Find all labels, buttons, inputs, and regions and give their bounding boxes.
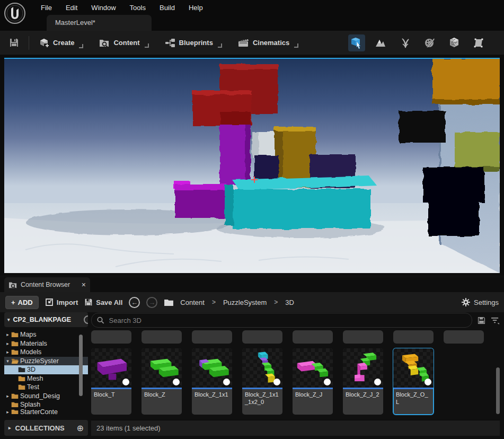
- purple-column-block[interactable]: [220, 125, 251, 185]
- asset-tile-block-t[interactable]: Block_T: [91, 348, 131, 415]
- asset-tile-block-z-j[interactable]: Block_Z_J: [293, 348, 333, 415]
- tree-item-startercontent[interactable]: ▸ StarterConte: [4, 409, 88, 415]
- import-button[interactable]: Import: [45, 298, 78, 306]
- foliage-mode-button[interactable]: [397, 34, 414, 51]
- content-browser-tab[interactable]: Content Browser ×: [4, 277, 90, 292]
- folder-icon: [11, 340, 19, 347]
- asset-label: Block_T: [91, 389, 131, 400]
- landscape-mode-icon: [375, 37, 387, 49]
- asset-thumbnail: [393, 348, 434, 388]
- tree-scrollbar[interactable]: [79, 335, 83, 396]
- menu-help[interactable]: Help: [182, 1, 210, 14]
- small-purple-block[interactable]: [174, 181, 227, 218]
- search-input[interactable]: [108, 316, 467, 325]
- level-tab-masterlevel[interactable]: MasterLevel*: [47, 15, 152, 31]
- cinematics-button[interactable]: Cinematics: [234, 35, 303, 51]
- search-box[interactable]: [91, 313, 472, 328]
- tree-item-test[interactable]: Test: [4, 383, 88, 392]
- folder-icon: [11, 401, 19, 408]
- mesh-paint-mode-button[interactable]: [421, 34, 438, 51]
- partial-tile[interactable]: [91, 330, 131, 344]
- save-level-button[interactable]: [4, 34, 23, 52]
- breadcrumb-content[interactable]: Content: [180, 298, 205, 306]
- tree-item-materials[interactable]: ▸ Materials: [4, 339, 88, 348]
- asset-grid-scrollbar[interactable]: [496, 367, 500, 414]
- tree-item-models[interactable]: ▸ Models: [4, 348, 88, 357]
- add-collection-icon[interactable]: ⊕: [77, 423, 84, 433]
- partial-tile[interactable]: [192, 330, 232, 344]
- unreal-engine-logo-icon[interactable]: [4, 2, 26, 24]
- fracture-mode-button[interactable]: [446, 34, 463, 51]
- cinematics-clapperboard-icon: [238, 38, 249, 48]
- menu-build[interactable]: Build: [153, 1, 182, 14]
- asset-label: Block_Z_O_L: [393, 389, 434, 408]
- asset-tile-block-z-o-l[interactable]: Block_Z_O_L: [393, 348, 434, 415]
- menu-file[interactable]: File: [34, 1, 59, 14]
- landscape-mode-button[interactable]: [373, 34, 390, 51]
- create-button[interactable]: Create: [34, 34, 87, 51]
- asset-state-dot: [374, 379, 381, 385]
- tree-item-3d-selected[interactable]: 3D: [4, 365, 88, 374]
- asset-state-dot: [122, 379, 129, 385]
- partial-tile[interactable]: [242, 330, 282, 344]
- breadcrumb-puzzlesystem[interactable]: PuzzleSystem: [223, 298, 267, 306]
- partial-tile[interactable]: [343, 330, 383, 344]
- tree-item-sound-design[interactable]: ▸ Sound_Desig: [4, 392, 88, 401]
- tree-item-label: Test: [27, 383, 39, 391]
- level-viewport[interactable]: [4, 58, 500, 273]
- menu-edit[interactable]: Edit: [59, 1, 84, 14]
- breadcrumb-folder-icon: [164, 298, 174, 306]
- partial-tile[interactable]: [393, 330, 434, 344]
- teal-block[interactable]: [225, 175, 376, 229]
- breadcrumb-separator: >: [274, 298, 278, 306]
- close-tab-icon[interactable]: ×: [82, 280, 86, 289]
- back-button[interactable]: ←: [129, 297, 140, 308]
- olive-wall-block[interactable]: [455, 132, 500, 172]
- asset-tile-block-z-1x1-1x2-0[interactable]: Block_Z_1x1_1x2_0: [242, 348, 282, 415]
- menu-window[interactable]: Window: [84, 1, 122, 14]
- content-button-label: Content: [113, 39, 139, 47]
- save-all-button[interactable]: Save All: [84, 298, 122, 306]
- settings-button[interactable]: Settings: [462, 298, 499, 306]
- search-icon: [97, 317, 104, 324]
- asset-tile-block-z-1x1[interactable]: Block_Z_1x1: [192, 348, 232, 415]
- add-button[interactable]: + ADD: [5, 296, 39, 309]
- menu-tools[interactable]: Tools: [123, 1, 153, 14]
- tree-item-splash[interactable]: Splash: [4, 400, 88, 409]
- search-row: [91, 312, 500, 328]
- partial-tile[interactable]: [444, 330, 484, 344]
- breadcrumb-separator: >: [212, 298, 216, 306]
- asset-tile-block-z[interactable]: Block_Z: [142, 348, 182, 415]
- menu-items: File Edit Window Tools Build Help: [34, 1, 210, 14]
- orange-wall-block[interactable]: [432, 59, 500, 104]
- content-browser-tabstrip: Content Browser ×: [0, 277, 504, 292]
- content-browser-tab-label: Content Browser: [21, 281, 70, 288]
- tree-item-mesh[interactable]: Mesh: [4, 374, 88, 383]
- save-search-icon[interactable]: [478, 317, 485, 324]
- collections-section[interactable]: ▸ COLLECTIONS ⊕: [4, 420, 88, 436]
- breadcrumb-3d[interactable]: 3D: [285, 298, 294, 306]
- asset-label: Block_Z_1x1_1x2_0: [242, 389, 282, 408]
- black-floating-block[interactable]: [399, 111, 446, 143]
- blueprints-button[interactable]: Blueprints: [161, 35, 226, 51]
- viewport-scene: [4, 59, 500, 273]
- black-wall-block-upper[interactable]: [423, 168, 484, 203]
- tree-item-puzzlesystem[interactable]: ▾ PuzzleSyster: [4, 357, 88, 366]
- partial-tile[interactable]: [293, 330, 333, 344]
- save-icon: [9, 38, 19, 48]
- forward-button[interactable]: →: [146, 297, 157, 308]
- toolbar-separator: [29, 36, 29, 50]
- select-mode-button[interactable]: [348, 34, 365, 51]
- sources-header[interactable]: ▾ CP2_BLANKPAGE: [4, 312, 88, 327]
- partial-tile[interactable]: [142, 330, 182, 344]
- folder-icon: [11, 393, 19, 399]
- tree-item-maps[interactable]: ▸ Maps: [4, 330, 88, 339]
- black-wall-block-lower[interactable]: [428, 201, 479, 236]
- tree-item-label: Materials: [20, 340, 47, 347]
- filter-icon[interactable]: [491, 317, 500, 324]
- save-all-icon: [84, 298, 93, 306]
- content-button[interactable]: Content: [95, 35, 153, 51]
- asset-tile-block-z-j-2[interactable]: Block_Z_J_2: [343, 348, 383, 415]
- modeling-mode-button[interactable]: [470, 34, 487, 51]
- add-button-label: ADD: [18, 298, 33, 306]
